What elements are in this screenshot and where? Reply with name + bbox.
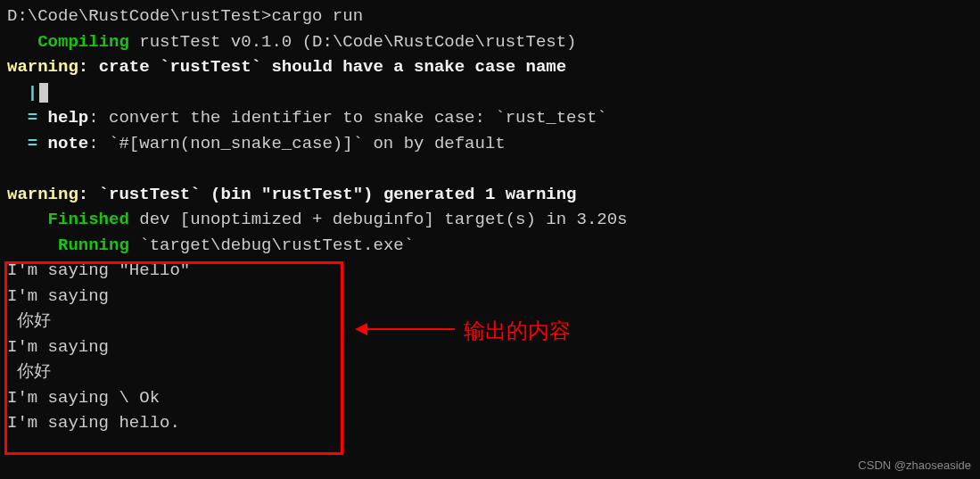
help-line: = help: convert the identifier to snake … (7, 105, 973, 131)
watermark: CSDN @zhaoseaside (858, 457, 971, 475)
output-line-7: I'm saying hello. (7, 410, 973, 436)
blank-line (7, 156, 973, 182)
output-line-3: 你好 (7, 309, 973, 334)
note-line: = note: `#[warn(non_snake_case)]` on by … (7, 131, 973, 157)
terminal-output: D:\Code\RustCode\rustTest>cargo run Comp… (7, 4, 973, 436)
output-line-4: I'm saying (7, 334, 973, 360)
warning-line-1: warning: crate `rustTest` should have a … (7, 54, 973, 80)
output-line-5: 你好 (7, 359, 973, 385)
compiling-line: Compiling rustTest v0.1.0 (D:\Code\RustC… (7, 29, 973, 55)
output-line-2: I'm saying (7, 284, 973, 310)
prompt-line: D:\Code\RustCode\rustTest>cargo run (7, 4, 973, 29)
cursor-icon (39, 83, 48, 103)
warning-line-2: warning: `rustTest` (bin "rustTest") gen… (7, 182, 973, 208)
output-line-6: I'm saying \ Ok (7, 385, 973, 411)
pipe-line: | (7, 80, 973, 106)
finished-line: Finished dev [unoptimized + debuginfo] t… (7, 207, 973, 233)
running-line: Running `target\debug\rustTest.exe` (7, 233, 973, 259)
output-line-1: I'm saying "Hello" (7, 258, 973, 284)
